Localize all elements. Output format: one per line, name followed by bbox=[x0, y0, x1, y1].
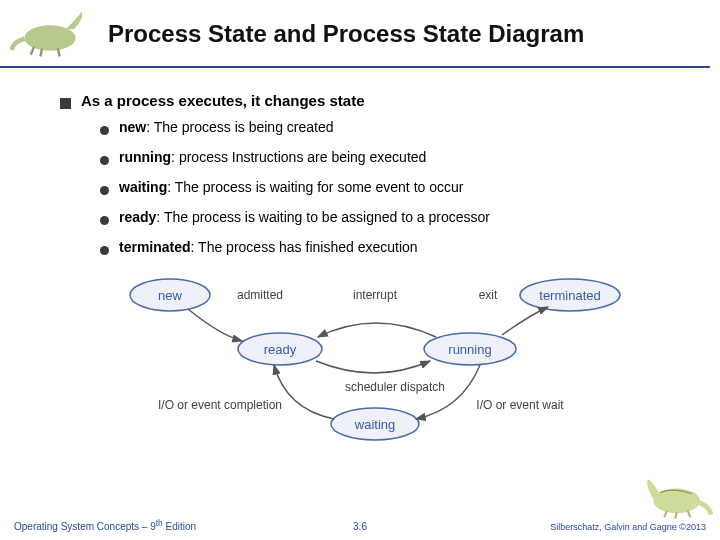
term: waiting bbox=[119, 179, 167, 195]
disc-bullet-icon bbox=[100, 186, 109, 195]
node-terminated-label: terminated bbox=[539, 288, 600, 303]
term: ready bbox=[119, 209, 156, 225]
sep: : bbox=[146, 119, 154, 135]
lead-keyword: state bbox=[329, 92, 364, 109]
disc-bullet-icon bbox=[100, 246, 109, 255]
edge-iocomp bbox=[274, 365, 334, 419]
footer-left-sup: th bbox=[156, 518, 163, 528]
desc: The process is waiting for some event to… bbox=[175, 179, 464, 195]
node-waiting-label: waiting bbox=[354, 417, 395, 432]
disc-bullet-icon bbox=[100, 156, 109, 165]
sep: : bbox=[156, 209, 164, 225]
desc: The process has finished execution bbox=[198, 239, 417, 255]
edge-admitted-label: admitted bbox=[237, 288, 283, 302]
edge-dispatch-label: scheduler dispatch bbox=[345, 380, 445, 394]
disc-bullet-icon bbox=[100, 216, 109, 225]
desc: process Instructions are being executed bbox=[179, 149, 426, 165]
term: running bbox=[119, 149, 171, 165]
footer-copyright: Silberschatz, Galvin and Gagne ©2013 bbox=[550, 522, 706, 532]
slide-content: As a process executes, it changes state … bbox=[0, 68, 720, 449]
sep: : bbox=[191, 239, 199, 255]
footer-left: Operating System Concepts – 9th Edition bbox=[14, 518, 196, 532]
node-new-label: new bbox=[158, 288, 182, 303]
desc: The process is being created bbox=[154, 119, 334, 135]
term: terminated bbox=[119, 239, 191, 255]
list-item: new: The process is being created bbox=[100, 119, 680, 135]
edge-exit bbox=[502, 307, 548, 335]
footer-left-suffix: Edition bbox=[163, 521, 196, 532]
edge-admitted bbox=[188, 309, 242, 341]
list-item: running: process Instructions are being … bbox=[100, 149, 680, 165]
lead-bullet: As a process executes, it changes state bbox=[60, 92, 680, 109]
footer-left-prefix: Operating System Concepts – 9 bbox=[14, 521, 156, 532]
edge-exit-label: exit bbox=[479, 288, 498, 302]
state-diagram: new terminated ready running waiting adm… bbox=[110, 269, 630, 449]
node-ready-label: ready bbox=[264, 342, 297, 357]
slide-title: Process State and Process State Diagram bbox=[108, 20, 584, 48]
list-item: terminated: The process has finished exe… bbox=[100, 239, 680, 255]
node-running-label: running bbox=[448, 342, 491, 357]
edge-interrupt bbox=[318, 323, 436, 337]
square-bullet-icon bbox=[60, 98, 71, 109]
edge-dispatch bbox=[316, 361, 430, 373]
dinosaur-right-icon bbox=[642, 472, 714, 520]
state-list: new: The process is being created runnin… bbox=[60, 119, 680, 255]
edge-iocomp-label: I/O or event completion bbox=[158, 398, 282, 412]
desc: The process is waiting to be assigned to… bbox=[164, 209, 490, 225]
disc-bullet-icon bbox=[100, 126, 109, 135]
edge-iowait-label: I/O or event wait bbox=[476, 398, 564, 412]
list-item: ready: The process is waiting to be assi… bbox=[100, 209, 680, 225]
sep: : bbox=[167, 179, 175, 195]
lead-text: As a process executes, it changes bbox=[81, 92, 329, 109]
slide-header: Process State and Process State Diagram bbox=[0, 0, 710, 68]
list-item: waiting: The process is waiting for some… bbox=[100, 179, 680, 195]
footer-page-number: 3.6 bbox=[353, 521, 367, 532]
term: new bbox=[119, 119, 146, 135]
edge-interrupt-label: interrupt bbox=[353, 288, 398, 302]
sep: : bbox=[171, 149, 179, 165]
slide-footer: Operating System Concepts – 9th Edition … bbox=[0, 518, 720, 532]
dinosaur-left-icon bbox=[10, 2, 90, 58]
